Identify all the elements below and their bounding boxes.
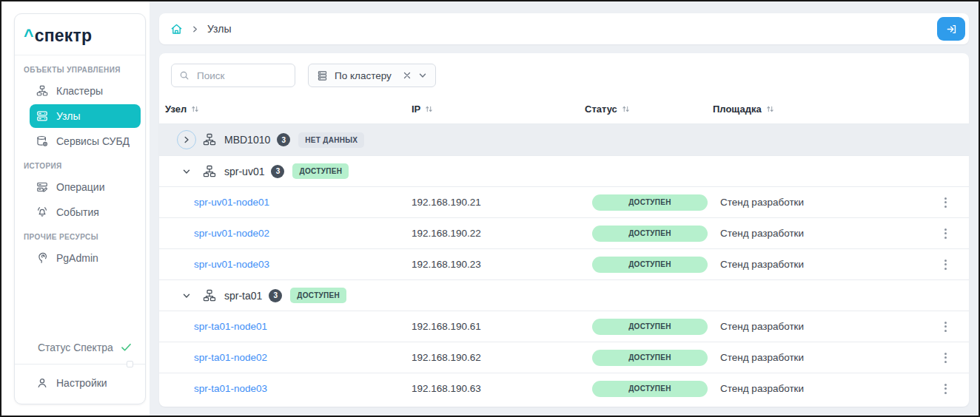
sidebar-item-pgadmin[interactable]: PgAdmin bbox=[30, 246, 141, 270]
sidebar-item-db-services[interactable]: Сервисы СУБД bbox=[30, 129, 141, 153]
node-ip: 192.168.190.63 bbox=[412, 383, 585, 394]
column-header-node: Узел bbox=[165, 104, 412, 115]
cluster-icon bbox=[203, 289, 216, 302]
events-icon bbox=[36, 206, 48, 218]
cluster-group-row[interactable]: MBD10103НЕТ ДАННЫХ bbox=[159, 124, 969, 155]
cluster-filter-dropdown[interactable]: По кластеру bbox=[308, 64, 436, 87]
column-header-ip: IP bbox=[412, 104, 585, 115]
node-count-badge: 3 bbox=[271, 165, 284, 178]
node-link[interactable]: spr-ta01-node03 bbox=[194, 383, 267, 394]
node-row: spr-ta01-node03192.168.190.63ДОСТУПЕНСте… bbox=[159, 373, 969, 404]
nodes-panel: По кластеру Узел IP Статус Площадка MBD1… bbox=[159, 53, 969, 407]
cluster-group-row[interactable]: spr-uv013ДОСТУПЕН bbox=[159, 155, 969, 186]
node-site: Стенд разработки bbox=[713, 259, 927, 270]
sidebar-item-label: Узлы bbox=[56, 110, 81, 122]
cluster-group-row[interactable]: spr-ta013ДОСТУПЕН bbox=[159, 279, 969, 311]
operations-icon bbox=[36, 181, 48, 193]
clear-filter-icon[interactable] bbox=[403, 71, 412, 80]
cluster-status-badge: НЕТ ДАННЫХ bbox=[298, 132, 364, 148]
node-site: Стенд разработки bbox=[713, 197, 927, 208]
sidebar-section-label: ОБЪЕКТЫ УПРАВЛЕНИЯ bbox=[15, 58, 145, 78]
sidebar-item-settings[interactable]: Настройки bbox=[15, 365, 145, 404]
sidebar-item-label: События bbox=[56, 206, 99, 218]
app-window: ^спектр ОБЪЕКТЫ УПРАВЛЕНИЯКластерыУзлыСе… bbox=[0, 0, 980, 417]
search-icon bbox=[179, 70, 189, 81]
column-header-site: Площадка bbox=[713, 104, 927, 115]
node-link[interactable]: spr-uv01-node02 bbox=[194, 228, 269, 239]
node-row: spr-uv01-node02192.168.190.22ДОСТУПЕНСте… bbox=[159, 217, 969, 248]
check-icon bbox=[120, 341, 132, 353]
sidebar: ^спектр ОБЪЕКТЫ УПРАВЛЕНИЯКластерыУзлыСе… bbox=[14, 13, 146, 404]
cluster-filter-label: По кластеру bbox=[335, 70, 392, 81]
node-status-badge: ДОСТУПЕН bbox=[592, 257, 708, 273]
column-label: Площадка bbox=[713, 104, 762, 115]
node-status-badge: ДОСТУПЕН bbox=[592, 350, 708, 366]
user-icon bbox=[36, 377, 48, 389]
database-icon bbox=[36, 135, 48, 147]
search-input[interactable] bbox=[195, 70, 287, 82]
divider-handle[interactable] bbox=[127, 361, 133, 367]
node-status-badge: ДОСТУПЕН bbox=[592, 194, 708, 211]
node-row: spr-uv01-node01192.168.190.21ДОСТУПЕНСте… bbox=[159, 186, 969, 217]
collapse-button[interactable] bbox=[177, 286, 196, 305]
node-site: Стенд разработки bbox=[713, 228, 927, 239]
node-status-badge: ДОСТУПЕН bbox=[592, 381, 708, 397]
sidebar-item-operations[interactable]: Операции bbox=[30, 175, 141, 199]
column-label: Статус bbox=[585, 104, 617, 115]
cluster-icon bbox=[203, 165, 216, 178]
sort-icon[interactable] bbox=[425, 105, 433, 113]
node-ip: 192.168.190.62 bbox=[412, 352, 585, 363]
kebab-menu-button[interactable] bbox=[940, 317, 951, 336]
sort-icon[interactable] bbox=[622, 105, 630, 113]
sidebar-item-clusters[interactable]: Кластеры bbox=[30, 79, 141, 103]
logout-button[interactable] bbox=[937, 17, 965, 41]
settings-label: Настройки bbox=[56, 377, 107, 389]
node-ip: 192.168.190.22 bbox=[412, 228, 585, 239]
breadcrumb-bar: Узлы bbox=[159, 13, 969, 44]
node-status-badge: ДОСТУПЕН bbox=[592, 319, 708, 335]
kebab-menu-button[interactable] bbox=[940, 379, 951, 399]
node-link[interactable]: spr-ta01-node02 bbox=[194, 352, 267, 363]
chevron-down-icon[interactable] bbox=[418, 71, 427, 80]
spektr-status-label: Статус Спектра bbox=[38, 342, 113, 353]
table-toolbar: По кластеру bbox=[159, 53, 969, 95]
collapse-button[interactable] bbox=[177, 162, 196, 181]
app-logo: ^спектр bbox=[15, 14, 145, 55]
logout-icon bbox=[946, 24, 957, 35]
node-link[interactable]: spr-uv01-node03 bbox=[194, 259, 269, 270]
column-label: IP bbox=[412, 104, 420, 115]
cluster-icon bbox=[203, 133, 216, 146]
kebab-menu-button[interactable] bbox=[940, 348, 951, 367]
breadcrumb-current: Узлы bbox=[207, 23, 232, 35]
search-box bbox=[171, 64, 295, 87]
expand-button[interactable] bbox=[177, 130, 196, 149]
sidebar-item-events[interactable]: События bbox=[30, 200, 141, 224]
cluster-icon bbox=[36, 85, 48, 97]
nodes-icon bbox=[36, 110, 48, 122]
logo-text: спектр bbox=[35, 26, 93, 45]
sort-icon[interactable] bbox=[766, 105, 774, 113]
node-site: Стенд разработки bbox=[713, 352, 927, 363]
node-link[interactable]: spr-uv01-node01 bbox=[194, 197, 269, 208]
sidebar-item-label: Операции bbox=[56, 181, 105, 193]
sort-icon[interactable] bbox=[191, 105, 199, 113]
node-ip: 192.168.190.23 bbox=[412, 259, 585, 270]
kebab-menu-button[interactable] bbox=[940, 255, 951, 274]
sidebar-item-nodes[interactable]: Узлы bbox=[30, 104, 141, 128]
node-site: Стенд разработки bbox=[713, 383, 927, 394]
kebab-menu-button[interactable] bbox=[940, 193, 951, 212]
node-row: spr-uv01-node03192.168.190.23ДОСТУПЕНСте… bbox=[159, 248, 969, 279]
logo-caret: ^ bbox=[24, 26, 34, 45]
node-link[interactable]: spr-ta01-node01 bbox=[194, 321, 267, 332]
cluster-name: MBD1010 bbox=[224, 134, 270, 146]
home-icon[interactable] bbox=[170, 23, 183, 35]
sidebar-item-label: Кластеры bbox=[56, 85, 103, 97]
sidebar-nav: ОБЪЕКТЫ УПРАВЛЕНИЯКластерыУзлыСервисы СУ… bbox=[15, 55, 145, 271]
column-header-status: Статус bbox=[585, 104, 713, 115]
node-status-badge: ДОСТУПЕН bbox=[592, 226, 708, 242]
node-row: spr-ta01-node01192.168.190.61ДОСТУПЕНСте… bbox=[159, 311, 969, 342]
chevron-down-icon bbox=[182, 291, 191, 300]
kebab-menu-button[interactable] bbox=[940, 224, 951, 243]
sidebar-bottom: Статус Спектра Настройки bbox=[15, 341, 145, 404]
node-count-badge: 3 bbox=[277, 133, 290, 146]
